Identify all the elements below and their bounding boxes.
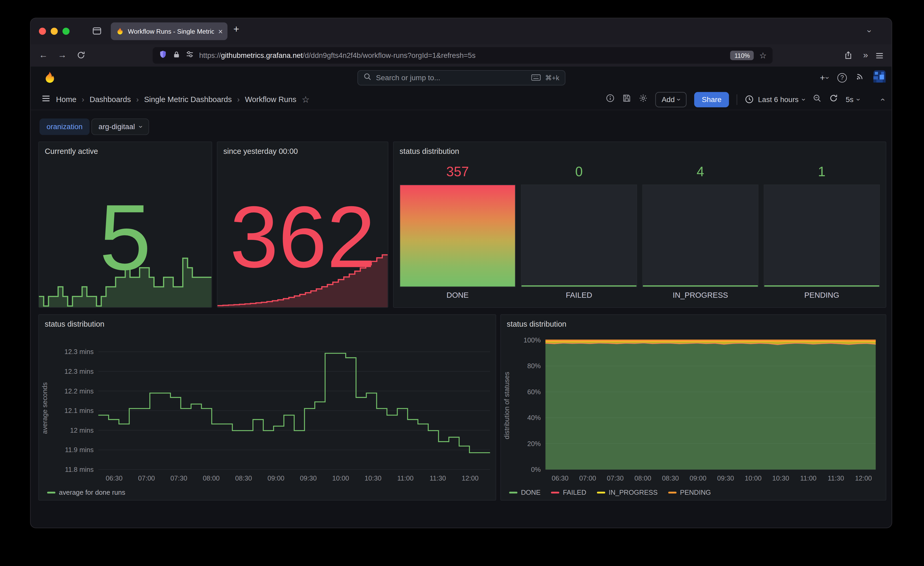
url-text[interactable]: https://githubmetrics.grafana.net/d/ddn9… (199, 51, 725, 59)
y-axis-label: average seconds (41, 340, 48, 476)
gauge-label: FAILED (521, 287, 637, 302)
legend-label: FAILED (563, 489, 586, 496)
legend-swatch (597, 491, 605, 493)
panel-currently-active: Currently active 5 (38, 141, 212, 308)
x-tick-label: 08:30 (235, 474, 252, 482)
panel-title[interactable]: status distribution (45, 320, 104, 329)
legend-item[interactable]: IN_PROGRESS (597, 489, 658, 496)
legend-swatch (509, 491, 517, 493)
lock-icon[interactable] (173, 50, 180, 61)
rss-news-icon[interactable] (856, 72, 865, 83)
x-tick-label: 07:00 (138, 474, 155, 482)
line-chart-avg-seconds[interactable]: 12.3 mins12.3 mins12.2 mins12.1 mins12 m… (39, 315, 496, 500)
add-panel-button[interactable]: Add› (655, 92, 686, 107)
save-dashboard-icon[interactable] (622, 94, 631, 105)
grafana-logo[interactable] (42, 71, 56, 87)
gauge-bar (642, 185, 758, 287)
reload-icon[interactable] (76, 51, 86, 61)
x-tick-label: 07:30 (170, 474, 187, 482)
zoom-level-badge[interactable]: 110% (730, 51, 754, 60)
x-tick-label: 09:30 (717, 474, 734, 482)
url-bar[interactable]: https://githubmetrics.grafana.net/d/ddn9… (153, 47, 772, 64)
grafana-header: Search or jump to... ⌘+k +› ? (31, 66, 892, 89)
share-button[interactable]: Share (694, 92, 729, 107)
close-window-button[interactable] (39, 28, 46, 35)
panel-status-distribution: status distribution distribution of stat… (500, 314, 886, 500)
time-range-picker[interactable]: Last 6 hours › (745, 95, 805, 104)
legend-item[interactable]: PENDING (668, 489, 711, 496)
x-tick-label: 12:00 (462, 474, 478, 482)
gauge-bar (521, 185, 637, 287)
collapse-toolbar-icon[interactable]: › (880, 94, 883, 105)
template-variables: oranization arg-digitaal › (39, 119, 149, 135)
series-area (545, 343, 876, 470)
gauge-pending: 1 PENDING (764, 163, 879, 302)
settings-gear-icon[interactable] (639, 94, 648, 105)
refresh-icon[interactable] (830, 94, 838, 105)
refresh-interval-dropdown[interactable]: 5s › (846, 95, 860, 104)
zoom-window-button[interactable] (63, 28, 70, 35)
app-menu-icon[interactable] (875, 51, 884, 62)
x-tick-label: 09:00 (267, 474, 284, 482)
user-avatar[interactable] (873, 70, 886, 85)
chevron-right-icon: › (136, 95, 139, 104)
browser-toolbar: ← → https://githubmetrics.grafana.net/d/… (31, 44, 892, 66)
help-icon[interactable]: ? (837, 73, 847, 82)
tracking-shield-icon[interactable] (159, 50, 168, 61)
breadcrumb-folder[interactable]: Single Metric Dashboards (144, 95, 232, 104)
legend-item[interactable]: DONE (509, 489, 540, 496)
search-input[interactable]: Search or jump to... ⌘+k (357, 70, 565, 86)
x-tick-label: 07:00 (579, 474, 596, 482)
search-icon (363, 73, 371, 83)
back-icon[interactable]: ← (39, 50, 48, 59)
panel-title[interactable]: Currently active (45, 147, 98, 156)
panel-title[interactable]: since yesterday 00:00 (223, 147, 298, 156)
panel-avg-seconds: status distribution average seconds 12.3… (38, 314, 496, 500)
mega-menu-icon[interactable] (41, 93, 51, 105)
y-axis-label: distribution of statuses (503, 340, 510, 470)
x-tick-label: 09:00 (690, 474, 706, 482)
panel-title[interactable]: status distribution (399, 147, 459, 156)
new-tab-button[interactable]: + (233, 24, 239, 36)
browser-window: Workflow Runs - Single Metric D × + › ← … (30, 18, 892, 528)
stacked-area-chart-status[interactable]: 100%80%60%40%20%0%06:3007:0007:3008:0008… (501, 315, 886, 500)
add-new-button[interactable]: +› (820, 73, 828, 83)
firefox-view-icon[interactable] (92, 26, 102, 38)
stat-value-active: 5 (39, 191, 212, 284)
x-tick-label: 07:30 (607, 474, 624, 482)
gauge-value: 4 (642, 163, 758, 180)
dashboard-info-icon[interactable] (606, 94, 615, 105)
list-tabs-icon[interactable]: › (869, 26, 872, 36)
share-icon[interactable] (844, 51, 853, 61)
minimize-window-button[interactable] (51, 28, 58, 35)
breadcrumb-dashboards[interactable]: Dashboards (90, 95, 131, 104)
url-path: /d/ddn9gfts4n2f4b/workflow-runs?orgId=1&… (303, 51, 476, 59)
zoom-out-icon[interactable] (813, 94, 822, 105)
legend-item[interactable]: average for done runs (47, 489, 125, 496)
gauge-row: 357 DONE 0 FAILED 4 IN_PROGRESS (399, 163, 879, 302)
refresh-interval-label: 5s (846, 95, 854, 104)
breadcrumb-home[interactable]: Home (56, 95, 76, 104)
header-actions: +› ? (820, 66, 886, 89)
dashboard-actions: Add› Share Last 6 hours › 5s › (606, 89, 883, 110)
x-tick-label: 11:00 (398, 474, 414, 482)
tab-close-icon[interactable]: × (218, 27, 223, 35)
forward-icon[interactable]: → (58, 50, 67, 59)
browser-tab[interactable]: Workflow Runs - Single Metric D × (111, 23, 228, 40)
breadcrumb: Home › Dashboards › Single Metric Dashbo… (41, 89, 309, 110)
legend-item[interactable]: FAILED (551, 489, 586, 496)
favorite-star-icon[interactable]: ☆ (302, 94, 309, 105)
x-tick-label: 10:30 (365, 474, 381, 482)
overflow-menu-icon[interactable]: » (863, 50, 868, 59)
variable-value-dropdown[interactable]: arg-digitaal › (92, 119, 149, 135)
time-range-label: Last 6 hours (758, 95, 799, 104)
chevron-right-icon: › (82, 95, 84, 104)
bookmark-star-icon[interactable]: ☆ (759, 51, 767, 60)
y-tick-label: 80% (527, 362, 541, 369)
x-tick-label: 11:00 (800, 474, 816, 482)
tab-bar: Workflow Runs - Single Metric D × + › (31, 18, 892, 44)
panel-title[interactable]: status distribution (507, 320, 566, 329)
gauge-label: DONE (399, 287, 515, 302)
permissions-sliders-icon[interactable] (186, 50, 194, 61)
legend-swatch (47, 491, 55, 493)
